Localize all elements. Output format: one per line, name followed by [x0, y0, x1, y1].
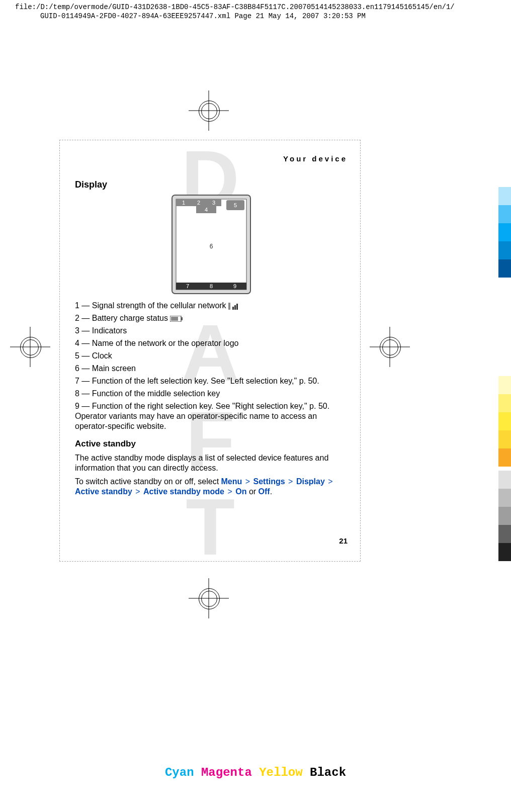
color-bar-yellow-scale [498, 376, 511, 467]
battery-icon [170, 316, 183, 322]
svg-text:3: 3 [212, 200, 215, 206]
svg-rect-19 [228, 303, 230, 310]
meta-line-2: GUID-0114949A-2FD0-4027-894A-63EEE925744… [15, 12, 496, 21]
display-item-8: 8 — Function of the middle selection key [75, 389, 348, 399]
display-item-1: 1 — Signal strength of the cellular netw… [75, 301, 348, 311]
heading-active-standby: Active standby [75, 438, 348, 449]
color-bar-gray-scale [498, 471, 511, 561]
display-item-2: 2 — Battery charge status [75, 313, 348, 323]
registration-mark-icon [375, 332, 405, 362]
display-item-4: 4 — Name of the network or the operator … [75, 338, 348, 348]
svg-text:8: 8 [210, 283, 213, 289]
svg-text:1: 1 [182, 200, 185, 206]
page-number: 21 [339, 536, 348, 546]
black-label: Black [310, 766, 346, 779]
yellow-label: Yellow [259, 766, 302, 779]
svg-text:4: 4 [205, 207, 208, 213]
svg-text:2: 2 [197, 200, 200, 206]
registration-mark-icon [194, 96, 224, 126]
magenta-label: Magenta [201, 766, 252, 779]
signal-strength-icon [228, 303, 239, 310]
registration-mark-icon [194, 583, 224, 613]
svg-rect-20 [232, 307, 234, 310]
svg-rect-21 [234, 305, 236, 310]
color-bar-cyan-scale [498, 187, 511, 278]
active-standby-description: The active standby mode displays a list … [75, 453, 348, 473]
section-header: Your device [75, 154, 348, 164]
svg-rect-25 [171, 317, 178, 321]
cyan-label: Cyan [165, 766, 194, 779]
display-item-7: 7 — Function of the left selection key. … [75, 376, 348, 386]
cmyk-footer: Cyan Magenta Yellow Black [0, 766, 511, 779]
svg-rect-22 [236, 304, 238, 310]
svg-rect-24 [181, 317, 183, 320]
svg-text:6: 6 [210, 243, 213, 250]
active-standby-menu-path: To switch active standby on or off, sele… [75, 477, 348, 497]
display-item-3: 3 — Indicators [75, 326, 348, 336]
heading-display: Display [75, 179, 348, 191]
display-item-9: 9 — Function of the right selection key.… [75, 401, 348, 431]
file-metadata: file:/D:/temp/overmode/GUID-431D2638-1BD… [0, 0, 511, 23]
display-item-5: 5 — Clock [75, 351, 348, 361]
phone-display-diagram: 1 2 3 5 4 6 7 8 9 [171, 194, 251, 295]
page-frame: DRAFT Your device Display 1 2 3 5 4 6 7 … [59, 140, 361, 562]
svg-text:9: 9 [233, 283, 236, 289]
display-item-6: 6 — Main screen [75, 364, 348, 374]
svg-text:7: 7 [186, 283, 189, 289]
registration-mark-icon [15, 332, 45, 362]
meta-line-1: file:/D:/temp/overmode/GUID-431D2638-1BD… [15, 3, 496, 12]
svg-text:5: 5 [234, 202, 237, 208]
